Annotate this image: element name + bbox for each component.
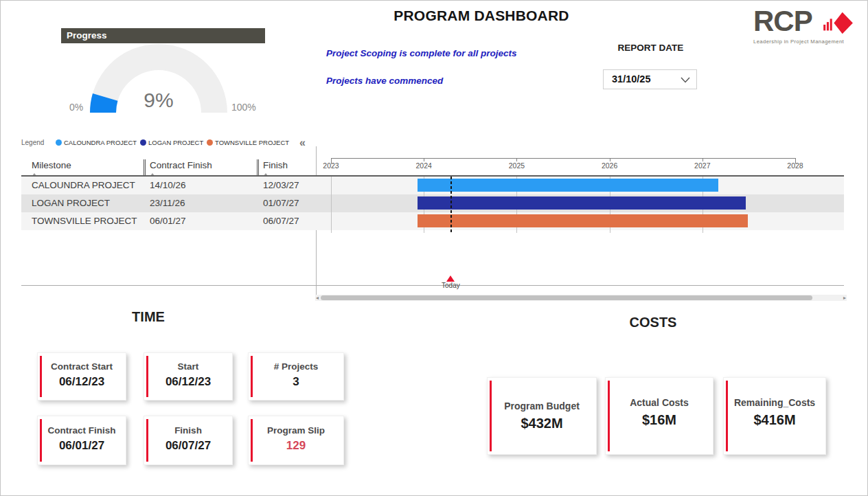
scrollbar-thumb[interactable] <box>321 295 812 300</box>
status-note-1: Project Scoping is complete for all proj… <box>326 48 553 58</box>
cell-contract-finish: 23/11/26 <box>150 194 185 212</box>
kpi-label: Program Budget <box>488 401 596 412</box>
logo-tagline: Leadership in Project Management <box>753 38 856 45</box>
kpi-card-actual-costs: Actual Costs $16M <box>605 377 713 455</box>
column-header-finish[interactable]: Finish <box>263 160 288 170</box>
axis-year-label: 2026 <box>596 161 624 170</box>
axis-year-label: 2023 <box>317 161 345 170</box>
kpi-value: $416M <box>724 412 825 428</box>
today-marker-icon <box>446 275 455 282</box>
legend-dot-caloundra <box>56 139 62 146</box>
column-separator <box>257 159 259 175</box>
axis-year-label: 2028 <box>781 161 809 170</box>
gauge-max-label: 100% <box>231 102 256 113</box>
kpi-value: 06/12/23 <box>144 375 232 389</box>
kpi-value: 06/07/27 <box>144 439 232 453</box>
kpi-label: Finish <box>144 425 232 436</box>
card-accent <box>251 419 253 462</box>
gauge-value: 9% <box>111 89 207 112</box>
kpi-label: Contract Start <box>38 361 126 372</box>
status-note-2: Projects have commenced <box>326 76 553 86</box>
card-accent <box>146 419 148 462</box>
kpi-label: # Projects <box>249 361 343 372</box>
axis-year-label: 2027 <box>689 161 716 170</box>
gantt-bar-townsville[interactable] <box>418 214 748 227</box>
kpi-value: 06/12/23 <box>38 375 126 389</box>
column-header-contract-finish[interactable]: Contract Finish <box>150 160 212 170</box>
legend-label: Legend <box>21 139 44 146</box>
legend-text: TOWNSVILLE PROJECT <box>215 139 289 146</box>
legend-item-logan[interactable]: LOGAN PROJECT <box>140 137 203 147</box>
report-date-label: REPORT DATE <box>604 43 698 53</box>
cell-finish: 06/07/27 <box>263 212 299 230</box>
costs-heading: COSTS <box>598 315 708 330</box>
cell-finish: 12/03/27 <box>263 177 299 194</box>
legend-item-caloundra[interactable]: CALOUNDRA PROJECT <box>56 137 137 147</box>
report-date-value: 31/10/25 <box>612 74 650 84</box>
timeline-axis <box>331 158 795 159</box>
card-accent <box>608 381 610 451</box>
gauge-min-label: 0% <box>69 102 83 113</box>
kpi-value: 06/01/27 <box>38 439 126 453</box>
company-logo: RCP Leadership in Project Management <box>753 6 856 47</box>
kpi-label: Contract Finish <box>38 425 126 436</box>
kpi-label: Actual Costs <box>606 397 713 408</box>
page-title: PROGRAM DASHBOARD <box>317 8 646 24</box>
axis-year-label: 2025 <box>503 161 530 170</box>
kpi-card-contract-finish: Contract Finish 06/01/27 <box>37 416 126 465</box>
cell-contract-finish: 14/10/26 <box>150 177 186 194</box>
kpi-label: Remaining_Costs <box>724 397 825 408</box>
kpi-value: $16M <box>606 412 713 428</box>
kpi-card-program-slip: Program Slip 129 <box>248 416 344 465</box>
kpi-card-contract-start: Contract Start 06/12/23 <box>37 352 126 401</box>
report-date-dropdown[interactable]: 31/10/25 <box>603 69 697 89</box>
card-accent <box>251 356 253 397</box>
gantt-bar-caloundra[interactable] <box>418 179 718 192</box>
gantt-scrollbar[interactable]: ◂ ▸ <box>315 295 847 301</box>
kpi-label: Start <box>144 361 232 372</box>
gantt-bar-logan[interactable] <box>418 196 746 210</box>
kpi-card-remaining-costs: Remaining_Costs $416M <box>723 377 826 455</box>
column-separator <box>144 159 146 175</box>
logo-diamond-icon <box>823 10 854 36</box>
kpi-value: $432M <box>488 416 596 431</box>
kpi-card-num-projects: # Projects 3 <box>248 352 344 401</box>
gantt-chart: Legend CALOUNDRA PROJECT LOGAN PROJECT T… <box>21 137 844 303</box>
kpi-value: 3 <box>249 375 343 389</box>
card-accent <box>726 381 728 451</box>
cell-contract-finish: 06/01/27 <box>150 212 186 230</box>
column-header-milestone[interactable]: Milestone <box>32 160 71 170</box>
legend-dot-townsville <box>207 139 213 146</box>
legend-item-townsville[interactable]: TOWNSVILLE PROJECT <box>207 137 289 147</box>
year-gridline <box>331 177 332 233</box>
cell-milestone: TOWNSVILLE PROJECT <box>32 212 137 230</box>
card-accent <box>40 419 42 462</box>
today-marker-label: Today <box>437 282 464 289</box>
legend-text: LOGAN PROJECT <box>148 139 203 146</box>
card-accent <box>490 381 492 451</box>
scroll-right-icon[interactable]: ▸ <box>843 295 846 301</box>
card-accent <box>146 356 148 397</box>
scroll-left-icon[interactable]: ◂ <box>316 295 319 301</box>
card-accent <box>40 356 42 397</box>
cell-milestone: LOGAN PROJECT <box>32 194 110 212</box>
time-heading: TIME <box>90 309 207 325</box>
kpi-card-start: Start 06/12/23 <box>144 352 233 401</box>
today-dashed-line <box>450 177 452 234</box>
cell-finish: 01/07/27 <box>263 194 299 212</box>
kpi-label: Program Slip <box>249 425 343 436</box>
legend-text: CALOUNDRA PROJECT <box>64 139 137 146</box>
axis-year-label: 2024 <box>410 161 437 170</box>
chevron-down-icon <box>681 77 690 83</box>
cell-milestone: CALOUNDRA PROJECT <box>32 177 135 194</box>
program-dashboard-page: PROGRAM DASHBOARD Project Scoping is com… <box>0 0 868 496</box>
kpi-card-finish: Finish 06/07/27 <box>144 416 233 465</box>
collapse-pane-icon[interactable]: « <box>299 137 306 149</box>
timeline-baseline <box>21 285 844 286</box>
logo-text: RCP <box>753 6 812 36</box>
legend-dot-logan <box>140 139 146 146</box>
kpi-value: 129 <box>249 439 343 453</box>
kpi-card-program-budget: Program Budget $432M <box>487 377 597 455</box>
